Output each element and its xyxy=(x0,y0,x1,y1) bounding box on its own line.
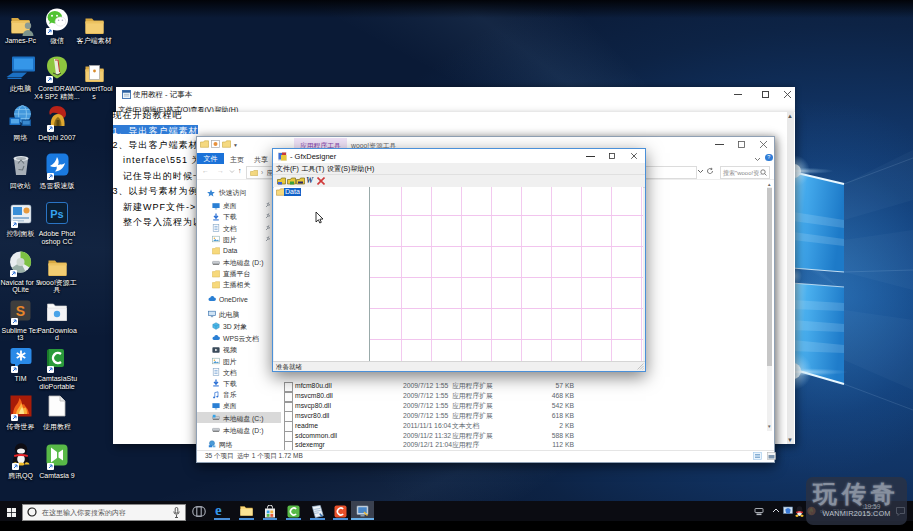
svg-text:Ps: Ps xyxy=(50,208,63,220)
svg-text:S: S xyxy=(16,303,25,319)
